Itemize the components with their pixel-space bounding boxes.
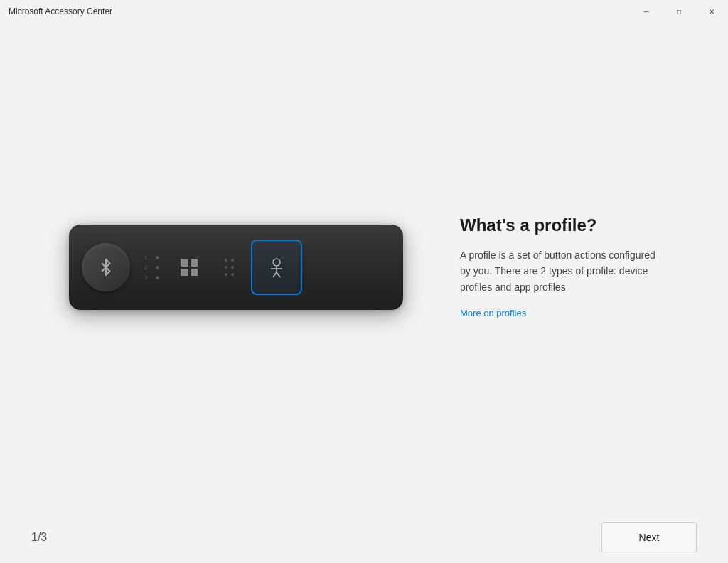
more-on-profiles-link[interactable]: More on profiles — [460, 308, 526, 318]
windows-icon — [181, 259, 198, 276]
info-title: What's a profile? — [460, 215, 659, 236]
info-description: A profile is a set of button actions con… — [460, 247, 659, 295]
info-panel: What's a profile? A profile is a set of … — [460, 215, 659, 319]
person-icon — [264, 255, 289, 279]
led-row-1: 1 — [144, 254, 159, 261]
window-controls: ─ □ ✕ — [630, 0, 728, 23]
app-title: Microsoft Accessory Center — [9, 6, 112, 16]
profile-button-highlighted — [251, 240, 302, 295]
maximize-button[interactable]: □ — [663, 0, 695, 23]
page-indicator: 1/3 — [31, 531, 47, 544]
next-button[interactable]: Next — [601, 522, 697, 552]
footer: 1/3 Next — [0, 512, 728, 563]
separator-dots — [225, 259, 234, 276]
main-content: 1 2 3 — [0, 23, 728, 512]
titlebar: Microsoft Accessory Center ─ □ ✕ — [0, 0, 728, 23]
bluetooth-icon — [97, 259, 114, 276]
device-illustration: 1 2 3 — [69, 225, 403, 310]
minimize-button[interactable]: ─ — [630, 0, 663, 23]
led-dot — [156, 266, 159, 269]
content-wrapper: 1 2 3 — [57, 215, 671, 319]
led-dot — [156, 256, 159, 259]
led-row-2: 2 — [144, 264, 159, 271]
svg-point-0 — [273, 259, 280, 266]
bluetooth-button — [82, 243, 130, 291]
svg-line-3 — [273, 272, 277, 277]
close-button[interactable]: ✕ — [695, 0, 728, 23]
svg-line-4 — [277, 272, 280, 277]
led-indicators: 1 2 3 — [144, 254, 159, 281]
windows-button — [171, 249, 208, 286]
led-dot — [156, 276, 159, 279]
led-row-3: 3 — [144, 274, 159, 281]
accessory-device: 1 2 3 — [69, 225, 403, 310]
